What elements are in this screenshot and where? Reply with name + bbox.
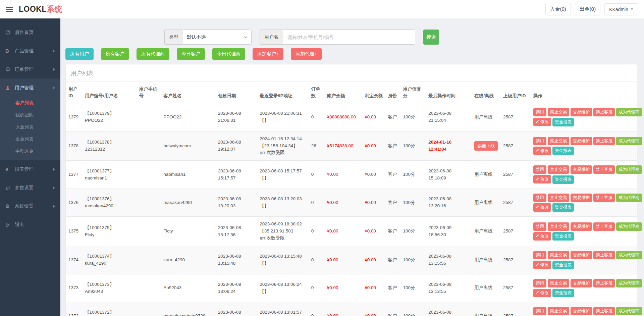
order-count-cell: 26 <box>309 131 324 161</box>
sidebar-subitem-my-team[interactable]: 我的团队 <box>0 109 60 121</box>
trade-maintenance-button[interactable]: 交易维护 <box>571 194 592 202</box>
ban-trade-button[interactable]: 禁止交易 <box>548 108 569 116</box>
trade-maintenance-button[interactable]: 交易维护 <box>571 137 592 145</box>
ban-trade-button[interactable]: 禁止交易 <box>548 165 569 174</box>
funds-report-button[interactable]: 资金报表 <box>552 232 574 241</box>
all-agents-button[interactable]: 所有代理商 <box>137 48 169 60</box>
search-button[interactable]: 搜索 <box>423 30 439 45</box>
deposit-button[interactable]: 入金(0) <box>545 3 571 15</box>
table-row: 1374【10001374】kura_4290kura_42902023-06-… <box>66 246 637 274</box>
ban-trade-button[interactable]: 禁止交易 <box>548 194 569 202</box>
balance-cell: ¥0.00 <box>324 161 362 189</box>
sidebar-subitem-deposit-list[interactable]: 入金列表 <box>0 121 60 133</box>
ban-service-button[interactable]: 禁止客服 <box>593 279 615 287</box>
become-agent-button[interactable]: 成为代理商 <box>616 251 642 259</box>
disable-button[interactable]: 禁用 <box>533 194 546 202</box>
disable-button[interactable]: 禁用 <box>533 108 546 116</box>
add-customer-button[interactable]: 添加客户+ <box>253 48 283 60</box>
trade-maintenance-button[interactable]: 交易维护 <box>571 307 592 315</box>
user-list-panel: 用户列表 用户ID用户编号/用户名用户手机号客户姓名创建日期最近登录/IP地址订… <box>65 64 637 316</box>
funds-report-button[interactable]: 资金报表 <box>552 175 574 184</box>
trade-maintenance-button[interactable]: 交易维护 <box>571 222 592 231</box>
trade-maintenance-button[interactable]: 交易维护 <box>571 279 592 287</box>
sidebar-item-dashboard[interactable]: 后台首页 <box>0 23 60 42</box>
become-agent-button[interactable]: 成为代理商 <box>616 279 642 287</box>
sidebar-subitem-withdraw-list[interactable]: 出金列表 <box>0 133 60 145</box>
become-agent-button[interactable]: 成为代理商 <box>616 222 642 231</box>
all-customers-button[interactable]: 所有客户 <box>101 48 129 60</box>
all-users-button[interactable]: 所有用户 <box>65 48 94 60</box>
username-input[interactable] <box>283 30 415 45</box>
ban-service-button[interactable]: 禁止客服 <box>593 222 615 231</box>
created-date-cell: 2023-06-08 21:06:31 <box>215 103 257 131</box>
sidebar-item-label: 用户管理 <box>15 85 53 91</box>
panel-title: 用户列表 <box>66 64 637 82</box>
add-agent-button[interactable]: 添加代理+ <box>291 48 322 60</box>
ban-trade-button[interactable]: 禁止交易 <box>548 137 569 145</box>
sidebar-subitem-manual-deposit[interactable]: 手动入金 <box>0 145 60 157</box>
ban-service-button[interactable]: 禁止客服 <box>593 307 615 315</box>
actions-cell: 禁用禁止交易交易维护禁止客服成为代理商修改资金报表 <box>531 189 637 217</box>
disable-button[interactable]: 禁用 <box>533 222 546 231</box>
libao-balance-cell: ¥0.00 <box>362 302 385 316</box>
sidebar-item-users[interactable]: 用户管理 <box>0 78 60 97</box>
account-menu[interactable]: KKadmin <box>604 3 638 15</box>
become-agent-button[interactable]: 成为代理商 <box>616 307 642 315</box>
funds-report-button[interactable]: 资金报表 <box>552 118 574 126</box>
ban-service-button[interactable]: 禁止客服 <box>593 251 615 259</box>
disable-button[interactable]: 禁用 <box>533 165 546 174</box>
trade-maintenance-button[interactable]: 交易维护 <box>571 108 592 116</box>
disable-button[interactable]: 禁用 <box>533 279 546 287</box>
last-op-time-cell: 2023-06-08 15:18:09 <box>426 161 472 189</box>
sidebar-item-orders[interactable]: 订单管理 <box>0 60 60 78</box>
login-line: 2023-06-08 15:17:57 <box>260 168 306 175</box>
sidebar-item-params[interactable]: 参数设置 <box>0 178 60 197</box>
trade-maintenance-button[interactable]: 交易维护 <box>571 165 592 174</box>
last-login-cell: 2023-06-08 21:06:31【】 <box>257 103 308 131</box>
login-line: 【】 <box>260 117 306 124</box>
edit-button[interactable]: 修改 <box>533 203 551 212</box>
ban-trade-button[interactable]: 禁止交易 <box>548 251 569 259</box>
funds-report-button[interactable]: 资金报表 <box>552 147 574 155</box>
disable-button[interactable]: 禁用 <box>533 251 546 259</box>
disable-button[interactable]: 禁用 <box>533 137 546 145</box>
ban-service-button[interactable]: 禁止客服 <box>593 108 615 116</box>
funds-report-button[interactable]: 资金报表 <box>552 261 574 269</box>
edit-button[interactable]: 修改 <box>533 175 551 183</box>
sidebar-item-products[interactable]: B产品管理 <box>0 42 60 60</box>
ban-service-button[interactable]: 禁止客服 <box>593 165 615 174</box>
sidebar-item-reports[interactable]: ¥报表管理 <box>0 160 60 178</box>
ban-trade-button[interactable]: 禁止交易 <box>548 279 569 287</box>
become-agent-button[interactable]: 成为代理商 <box>616 194 642 202</box>
ban-trade-button[interactable]: 禁止交易 <box>548 307 569 315</box>
logout-icon <box>5 222 13 227</box>
sidebar-item-logout[interactable]: 退出 <box>0 215 60 234</box>
edit-button[interactable]: 修改 <box>533 232 551 241</box>
edit-button[interactable]: 修改 <box>533 261 551 269</box>
edit-button[interactable]: 修改 <box>533 118 551 126</box>
ban-service-button[interactable]: 禁止客服 <box>593 194 615 202</box>
kick-offline-button[interactable]: 踢他下线 <box>474 141 498 151</box>
ban-service-button[interactable]: 禁止客服 <box>593 137 615 145</box>
user-id-cell: 1378 <box>66 131 82 161</box>
parent-id-cell: 2587 <box>500 246 531 274</box>
actions-line-1: 禁用禁止交易交易维护禁止客服成为代理商 <box>533 278 635 288</box>
trade-maintenance-button[interactable]: 交易维护 <box>571 251 592 259</box>
sidebar-item-system[interactable]: ⚙系统设置 <box>0 197 60 215</box>
type-select[interactable]: 默认不选 <box>183 30 252 45</box>
become-agent-button[interactable]: 成为代理商 <box>616 137 642 145</box>
today-customers-button[interactable]: 今日客户 <box>177 48 205 60</box>
actions-cell: 禁用禁止交易交易维护禁止客服成为代理商修改资金报表 <box>531 274 637 302</box>
today-agents-button[interactable]: 今日代理商 <box>212 48 245 60</box>
ban-trade-button[interactable]: 禁止交易 <box>548 222 569 231</box>
withdraw-button[interactable]: 出金(0) <box>575 3 600 15</box>
edit-button[interactable]: 修改 <box>533 147 551 155</box>
disable-button[interactable]: 禁用 <box>533 307 546 315</box>
become-agent-button[interactable]: 成为代理商 <box>616 165 642 174</box>
edit-button[interactable]: 修改 <box>533 289 551 297</box>
funds-report-button[interactable]: 资金报表 <box>552 203 574 212</box>
funds-report-button[interactable]: 资金报表 <box>552 289 574 297</box>
become-agent-button[interactable]: 成为代理商 <box>616 108 642 116</box>
sidebar-subitem-customer-list[interactable]: 客户列表 <box>0 97 60 109</box>
menu-icon[interactable] <box>6 6 13 13</box>
